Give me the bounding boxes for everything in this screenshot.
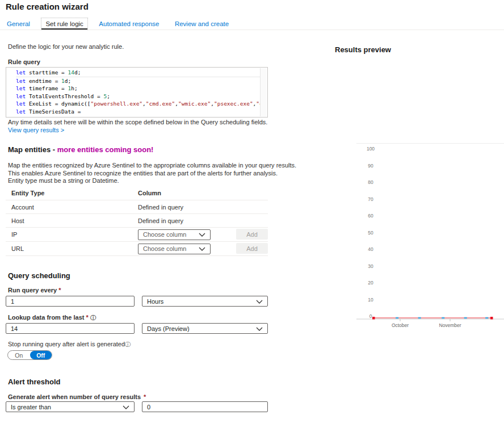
lookup-data-input[interactable]: [6, 323, 135, 334]
table-row-host: Host Defined in query: [6, 214, 268, 228]
chevron-down-icon: [123, 404, 129, 410]
stop-query-toggle[interactable]: On Off: [7, 350, 52, 360]
lookup-data-label-text: Lookup data from the last: [8, 314, 84, 321]
tab-set-rule-logic[interactable]: Set rule logic: [41, 18, 87, 30]
select-placeholder: Choose column: [143, 245, 186, 252]
data-point-marker: [418, 317, 421, 319]
run-query-every-input[interactable]: [6, 296, 135, 307]
entity-type-cell: Host: [6, 217, 138, 224]
entity-table-header-row: Entity Type Column: [6, 186, 268, 200]
y-axis-tick-label: 30: [368, 263, 373, 269]
add-url-mapping-button[interactable]: Add: [236, 243, 268, 254]
results-preview-chart: 1009080706050403020100OctoberNovember: [356, 142, 504, 332]
series-endpoint-marker: [372, 317, 375, 320]
ip-column-select[interactable]: Choose column: [138, 229, 211, 240]
stop-query-label-text: Stop running query after alert is genera…: [8, 341, 125, 347]
required-asterisk: *: [144, 393, 146, 400]
table-row-account: Account Defined in query: [6, 200, 268, 214]
map-entities-description-line: This enables Azure Sentinel to recognize…: [8, 170, 296, 178]
run-query-every-label-text: Run query every: [8, 287, 57, 294]
run-query-unit-select[interactable]: Hours: [142, 296, 268, 307]
lookup-data-label: Lookup data from the last * ⓘ: [8, 314, 96, 322]
select-value: Is greater than: [11, 404, 51, 410]
add-ip-mapping-button[interactable]: Add: [236, 229, 268, 240]
map-entities-description: Map the entities recognized by Azure Sen…: [8, 162, 296, 185]
results-preview-heading: Results preview: [335, 45, 391, 54]
toggle-off-option[interactable]: Off: [30, 351, 52, 359]
series-endpoint-marker: [490, 317, 493, 320]
alert-threshold-value-input[interactable]: [142, 401, 268, 412]
map-entities-description-line: Entity type must be a string or Datetime…: [8, 177, 296, 185]
data-point-marker: [464, 317, 467, 319]
rule-query-code[interactable]: let starttime = 14d;let endtime = 1d;let…: [6, 69, 260, 116]
code-line: let timeframe = 1h;: [16, 85, 260, 93]
x-axis-tick-label: November: [439, 322, 461, 328]
required-asterisk: *: [86, 314, 89, 321]
entity-type-header: Entity Type: [6, 190, 138, 196]
chevron-down-icon: [256, 325, 263, 332]
y-axis-tick-label: 10: [368, 297, 373, 303]
select-placeholder: Choose column: [143, 231, 186, 238]
info-icon[interactable]: ⓘ: [90, 315, 96, 321]
data-point-marker: [396, 317, 398, 319]
url-column-select[interactable]: Choose column: [138, 244, 211, 254]
entity-type-cell: URL: [6, 245, 132, 252]
view-query-results-link[interactable]: View query results >: [8, 127, 64, 133]
toggle-on-option[interactable]: On: [8, 351, 30, 359]
y-axis-tick-label: 80: [368, 179, 373, 185]
map-entities-description-line: Map the entities recognized by Azure Sen…: [8, 162, 296, 170]
chevron-down-icon: [199, 245, 205, 252]
y-axis-tick-label: 40: [368, 246, 373, 252]
data-point-marker: [485, 317, 488, 319]
chevron-down-icon: [199, 231, 205, 238]
query-scheduling-heading: Query scheduling: [8, 271, 70, 280]
tab-general[interactable]: General: [3, 18, 34, 29]
stop-query-label: Stop running query after alert is genera…: [8, 341, 131, 349]
y-axis-tick-label: 60: [368, 213, 373, 219]
column-header: Column: [138, 190, 161, 196]
editor-scrollbar[interactable]: [260, 68, 267, 116]
entity-mapping-table: Entity Type Column Account Defined in qu…: [6, 186, 268, 256]
run-query-every-label: Run query every *: [8, 287, 61, 294]
chevron-down-icon: [256, 298, 263, 305]
y-axis-tick-label: 20: [368, 280, 373, 286]
alert-operator-select[interactable]: Is greater than: [6, 401, 135, 412]
code-line: let starttime = 14d;: [16, 69, 260, 77]
y-axis-tick-label: 70: [368, 196, 373, 202]
code-line: let ExeList = dynamic(["powershell.exe",…: [16, 100, 260, 108]
logic-intro-text: Define the logic for your new analytic r…: [8, 43, 124, 51]
select-value: Days (Preview): [147, 325, 190, 332]
table-row-ip: IP Choose column Add: [6, 228, 268, 242]
page-title: Rule creation wizard: [6, 2, 89, 11]
rule-query-editor[interactable]: let starttime = 14d;let endtime = 1d;let…: [6, 67, 268, 118]
entity-column-value: Defined in query: [138, 217, 183, 224]
lookup-unit-select[interactable]: Days (Preview): [142, 323, 268, 334]
code-line: let endtime = 1d;: [16, 77, 260, 85]
info-icon[interactable]: ⓘ: [125, 341, 131, 347]
code-line: let TotalEventsThreshold = 5;: [16, 93, 260, 100]
alert-threshold-heading: Alert threshold: [8, 378, 60, 386]
y-axis-tick-label: 100: [367, 146, 375, 152]
tab-review-and-create[interactable]: Review and create: [171, 18, 233, 29]
generate-alert-label: Generate alert when number of query resu…: [8, 393, 141, 400]
select-value: Hours: [147, 298, 163, 305]
y-axis-tick-label: 50: [368, 230, 373, 236]
map-entities-coming-soon-text: more entities coming soon!: [57, 145, 154, 154]
code-line: let TimeSeriesData =: [16, 108, 260, 116]
map-entities-heading-text: Map entities -: [8, 145, 55, 154]
data-point-marker: [442, 317, 444, 319]
wizard-tab-bar: General Set rule logic Automated respons…: [0, 18, 504, 30]
y-axis-tick-label: 0: [369, 313, 372, 319]
rule-query-label: Rule query: [8, 58, 40, 65]
table-row-url: URL Choose column Add: [6, 242, 268, 256]
scope-note-text: Any time details set here will be within…: [8, 119, 267, 127]
tab-automated-response[interactable]: Automated response: [95, 18, 163, 29]
required-asterisk: *: [58, 287, 61, 294]
entity-column-value: Defined in query: [138, 204, 183, 211]
map-entities-heading: Map entities - more entities coming soon…: [8, 145, 153, 154]
entity-type-cell: Account: [6, 204, 138, 211]
x-axis-tick-label: October: [392, 322, 409, 328]
entity-type-cell: IP: [6, 231, 132, 238]
y-axis-tick-label: 90: [368, 163, 373, 169]
